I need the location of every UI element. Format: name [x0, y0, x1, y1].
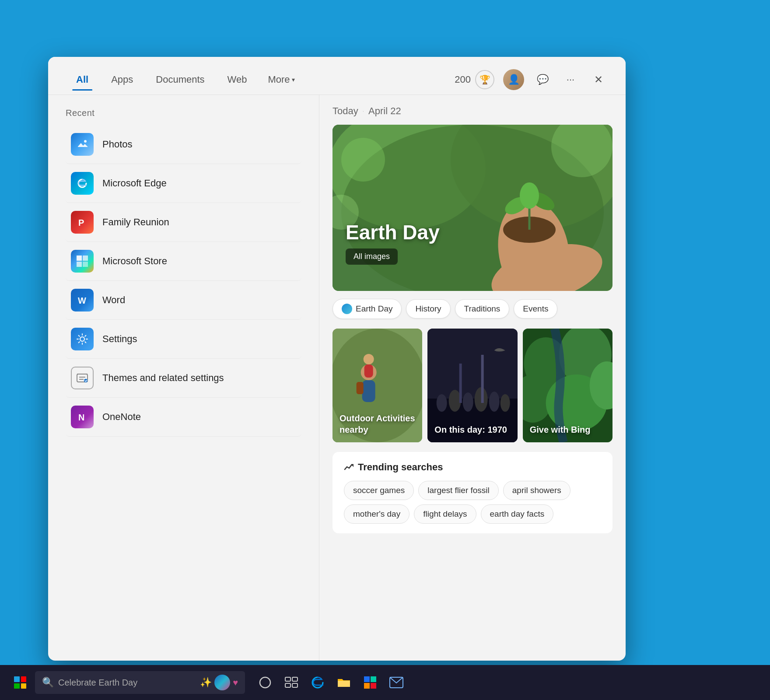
trend-april-showers[interactable]: april showers	[503, 481, 570, 500]
task-view-icon[interactable]	[279, 670, 304, 695]
svg-rect-2	[292, 677, 298, 681]
trend-flight-delays[interactable]: flight delays	[414, 504, 476, 524]
globe-icon	[342, 304, 352, 314]
tag-history[interactable]: History	[406, 299, 450, 318]
svg-rect-4	[292, 683, 298, 687]
givewithbing-card[interactable]: Give with Bing	[523, 329, 612, 442]
store-taskbar-button[interactable]	[358, 670, 382, 695]
taskbar-search-icons: ✨ ♥	[200, 675, 238, 690]
recent-item-themes[interactable]: Themes and related settings	[66, 359, 301, 398]
date-header: Today · April 22	[332, 105, 612, 117]
onenote-icon: N	[71, 406, 94, 428]
trending-tags: soccer games largest flier fossil april …	[344, 481, 601, 524]
close-button[interactable]: ✕	[589, 70, 608, 89]
tab-web[interactable]: Web	[217, 70, 258, 90]
tag-traditions-label: Traditions	[464, 304, 500, 314]
onthisday-card-label: On this day: 1970	[434, 424, 507, 435]
file-explorer-button[interactable]	[332, 670, 356, 695]
tab-container: All Apps Documents Web More ▾	[66, 70, 455, 90]
header-actions: 200 🏆 👤 💬 ··· ✕	[455, 69, 608, 90]
svg-point-11	[84, 140, 87, 143]
tab-documents[interactable]: Documents	[145, 70, 215, 90]
svg-rect-7	[364, 683, 370, 689]
word-icon: W	[71, 289, 94, 312]
svg-point-0	[260, 677, 270, 688]
trending-section: Trending searches soccer games largest f…	[332, 452, 612, 533]
ppt-app-name: Family Reunion	[102, 217, 169, 228]
svg-rect-56	[481, 355, 484, 403]
svg-point-53	[489, 392, 500, 412]
tag-traditions[interactable]: Traditions	[455, 299, 510, 318]
trophy-icon: 🏆	[475, 70, 494, 89]
feedback-button[interactable]: 💬	[533, 70, 552, 89]
taskbar-app-icons	[253, 670, 409, 695]
avatar-image: 👤	[503, 69, 524, 90]
close-icon: ✕	[594, 74, 603, 86]
bing-earth-icon	[214, 675, 230, 690]
onthisday-card[interactable]: On this day: 1970	[427, 329, 517, 442]
menu-header: All Apps Documents Web More ▾ 200 🏆 👤 💬 …	[48, 57, 626, 95]
tab-all[interactable]: All	[66, 70, 99, 90]
svg-rect-8	[371, 683, 376, 689]
hero-title: Earth Day	[346, 220, 440, 244]
hero-badge[interactable]: All images	[346, 248, 398, 265]
trend-mothers-day[interactable]: mother's day	[344, 504, 410, 524]
outdoor-card[interactable]: Outdoor Activities nearby	[332, 329, 422, 442]
hero-card[interactable]: Earth Day All images	[332, 125, 612, 291]
svg-rect-17	[83, 262, 88, 267]
store-icon	[71, 250, 94, 273]
recent-item-photos[interactable]: Photos	[66, 125, 301, 164]
left-panel: Recent Photos	[48, 95, 319, 661]
taskbar-search-bar[interactable]: 🔍 Celebrate Earth Day ✨ ♥	[35, 671, 245, 694]
svg-point-30	[341, 138, 385, 182]
trend-earth-day-facts[interactable]: earth day facts	[481, 504, 554, 524]
svg-rect-16	[77, 262, 82, 267]
edge-taskbar-button[interactable]	[305, 670, 330, 695]
svg-point-54	[500, 394, 510, 412]
recent-item-edge[interactable]: Microsoft Edge	[66, 164, 301, 203]
recent-item-word[interactable]: W Word	[66, 281, 301, 320]
settings-app-name: Settings	[102, 333, 137, 345]
trend-soccer[interactable]: soccer games	[344, 481, 414, 500]
feedback-icon: 💬	[537, 74, 549, 85]
trending-icon	[344, 462, 354, 472]
ellipsis-button[interactable]: ···	[561, 70, 580, 89]
svg-rect-14	[77, 256, 82, 261]
recent-item-settings[interactable]: Settings	[66, 320, 301, 359]
user-avatar[interactable]: 👤	[503, 69, 524, 90]
mail-icon	[389, 677, 403, 688]
right-panel: Today · April 22	[319, 95, 626, 661]
taskbar-search-text: Celebrate Earth Day	[58, 678, 196, 688]
start-button[interactable]	[9, 671, 32, 694]
word-app-name: Word	[102, 294, 125, 306]
recent-list: Photos Microsoft Edge	[66, 125, 301, 437]
tab-more[interactable]: More ▾	[259, 70, 303, 90]
recent-item-store[interactable]: Microsoft Store	[66, 242, 301, 281]
edge-icon	[311, 676, 325, 690]
svg-rect-10	[76, 138, 89, 151]
points-badge[interactable]: 200 🏆	[455, 70, 494, 89]
folder-icon	[337, 676, 351, 689]
today-label: Today	[332, 105, 358, 117]
circle-outline-icon	[259, 676, 272, 689]
more-label: More	[268, 74, 290, 85]
recent-item-onenote[interactable]: N OneNote	[66, 398, 301, 437]
sparkle-icon: ✨	[200, 677, 212, 688]
hero-background	[332, 125, 612, 291]
trend-fossil[interactable]: largest flier fossil	[418, 481, 499, 500]
svg-rect-6	[371, 676, 376, 682]
dropdown-icon: ▾	[292, 76, 295, 83]
tag-events[interactable]: Events	[514, 299, 557, 318]
tab-apps[interactable]: Apps	[101, 70, 144, 90]
svg-rect-15	[83, 256, 88, 261]
svg-rect-45	[364, 364, 373, 378]
windows-logo-icon	[14, 676, 26, 689]
hero-text-overlay: Earth Day All images	[346, 220, 440, 265]
mail-taskbar-button[interactable]	[384, 670, 409, 695]
tag-earthday[interactable]: Earth Day	[332, 299, 402, 319]
svg-point-49	[437, 394, 447, 412]
recent-item-ppt[interactable]: P Family Reunion	[66, 203, 301, 242]
cortana-icon[interactable]	[253, 670, 277, 695]
svg-rect-1	[285, 677, 290, 681]
tag-row: Earth Day History Traditions Events	[332, 299, 612, 319]
